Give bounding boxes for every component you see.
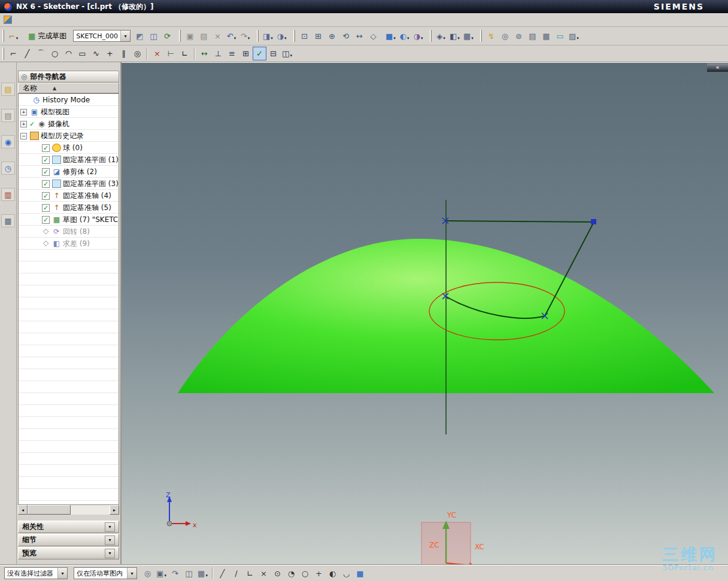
point-on-face-snap-icon[interactable]: ◐ (326, 567, 339, 580)
profile-icon[interactable]: ⌐ (7, 47, 20, 60)
dropdown-arrow-icon[interactable]: ▾ (393, 36, 396, 42)
feature-tree[interactable]: ◷ History Mode + ▣ 模型视图 + ✓ ◉ 摄像机 − (18, 93, 119, 505)
selection-scope-combo[interactable]: 仅在活动草图内 ▾ (74, 567, 137, 579)
tree-row-sketch-7[interactable]: ✓ ▦ 草图 (7) "SKETCH (19, 214, 119, 226)
selection-filter-combo[interactable]: 没有选择过滤器 ▾ (4, 567, 68, 579)
menu-tools[interactable] (62, 18, 71, 22)
sort-ascending-icon[interactable]: ▲ (53, 86, 56, 91)
wcs-manipulator[interactable]: YC XC ZC (421, 511, 484, 565)
tree-row-datum-axis-4[interactable]: ✓ ↑ 固定基准轴 (4) (19, 190, 119, 202)
feature-checkbox[interactable]: ◇ (42, 228, 50, 236)
orient-view-to-sketch-icon[interactable]: ◫ (147, 29, 160, 43)
measure-distance-icon[interactable]: ▭ (553, 29, 567, 43)
studio-spline-icon[interactable]: ∿ (89, 47, 103, 60)
view-triad[interactable]: Z x (166, 491, 197, 529)
control-point-snap-icon[interactable]: ∟ (243, 567, 257, 580)
quick-pick-icon[interactable]: ↯ (484, 29, 498, 43)
orient-view-front-dropdown[interactable]: ◧▾ (448, 29, 462, 43)
scroll-left-icon[interactable]: ◂ (18, 505, 28, 515)
quadrant-snap-icon[interactable]: ◔ (284, 567, 298, 580)
dropdown-arrow-icon[interactable]: ▾ (234, 36, 236, 42)
orient-view-sketch-dropdown[interactable]: ▦▾ (462, 29, 475, 43)
dropdown-arrow-icon[interactable]: ▾ (284, 36, 287, 42)
grid-icon[interactable]: ▦ (539, 29, 553, 43)
toolbar-handle[interactable] (257, 30, 259, 42)
horizontal-scrollbar[interactable]: ◂ ▸ (18, 505, 119, 515)
constraint-navigator-icon[interactable]: ▤ (1, 109, 15, 122)
show-only-icon[interactable]: ◎ (498, 29, 512, 43)
dropdown-arrow-icon[interactable]: ▾ (271, 36, 273, 42)
toolbar-handle[interactable] (2, 48, 4, 60)
graphics-window[interactable]: Z x YC XC ZC « (122, 62, 728, 565)
toolbar-handle[interactable] (179, 30, 181, 42)
toolbar-handle[interactable] (2, 30, 4, 42)
offset-curve-icon[interactable]: ∥ (117, 47, 131, 60)
rotate-view-icon[interactable]: ⟲ (339, 29, 353, 43)
roles-icon[interactable]: ▥ (1, 188, 15, 201)
undo-icon[interactable]: ↶▾ (225, 29, 238, 43)
chevron-down-icon[interactable]: ▾ (105, 522, 115, 532)
zoom-window-icon[interactable]: ⊞ (311, 29, 325, 43)
shaded-with-edges-dropdown[interactable]: ■▾ (384, 29, 398, 43)
scroll-right-icon[interactable]: ▸ (110, 505, 119, 515)
expander-icon[interactable]: − (20, 133, 27, 139)
menu-view[interactable] (33, 18, 43, 22)
circle-icon[interactable]: ○ (48, 47, 62, 60)
toolbar-handle[interactable] (480, 30, 482, 42)
line-icon[interactable]: ╱ (20, 47, 34, 60)
mid-point-snap-icon[interactable]: ∕ (229, 567, 243, 580)
feature-checkbox[interactable]: ✓ (42, 168, 50, 176)
constraint-settings-dropdown[interactable]: ◫▾ (280, 47, 294, 60)
make-corner-icon[interactable]: ∟ (178, 47, 192, 60)
dropdown-arrow-icon[interactable]: ▾ (205, 573, 208, 580)
sketch-curve-dropdown[interactable]: ⌐▾ (7, 29, 20, 43)
dropdown-arrow-icon[interactable]: ▾ (471, 36, 474, 42)
display-sketch-constraints-icon[interactable]: ⊞ (239, 47, 253, 60)
wcs-dynamics-icon[interactable]: ⊚ (512, 29, 526, 43)
chevron-down-icon[interactable]: ▾ (105, 536, 115, 545)
combo-dropdown-icon[interactable]: ▾ (57, 568, 67, 579)
pan-view-icon[interactable]: ↔ (353, 29, 366, 43)
dropdown-arrow-icon[interactable]: ▾ (16, 36, 19, 42)
visual-style-dropdown[interactable]: ◑▾ (411, 29, 425, 43)
combo-dropdown-icon[interactable]: ▾ (127, 568, 136, 579)
menu-preferences[interactable] (90, 18, 100, 22)
system-materials-icon[interactable]: ▦ (1, 214, 15, 227)
panel-dependencies[interactable]: 相关性 ▾ (18, 521, 119, 533)
tree-row-sphere[interactable]: ✓ 球 (0) (19, 142, 119, 154)
reattach-sketch-icon[interactable]: ◩ (133, 29, 147, 43)
feature-checkbox[interactable]: ✓ (42, 180, 50, 188)
delete-icon[interactable]: × (211, 29, 225, 43)
intersection-snap-icon[interactable]: × (257, 567, 271, 580)
finish-sketch-button[interactable]: ▦ 完成草图 (24, 29, 71, 43)
paste-icon[interactable]: ▤ (197, 29, 211, 43)
point-on-curve-snap-icon[interactable]: + (312, 567, 326, 580)
dropdown-arrow-icon[interactable]: ▾ (290, 53, 292, 60)
scrollbar-thumb[interactable] (28, 505, 71, 515)
zoom-icon[interactable]: ⊕ (325, 29, 339, 43)
panel-preview[interactable]: 预览 ▾ (18, 547, 119, 559)
tree-row-revolve-8[interactable]: ◇ ⟳ 回转 (8) (19, 226, 119, 238)
rendering-style-dropdown[interactable]: ◐▾ (398, 29, 411, 43)
feature-checkbox[interactable]: ◇ (42, 240, 50, 248)
orient-view-trimetric-dropdown[interactable]: ◈▾ (434, 29, 448, 43)
feature-checkbox[interactable]: ✓ (42, 192, 50, 200)
interpart-select-icon[interactable]: ↷ (168, 567, 182, 580)
chevron-down-icon[interactable]: ▾ (105, 549, 115, 558)
dropdown-arrow-icon[interactable]: ▾ (457, 36, 460, 42)
perspective-icon[interactable]: ◇ (366, 29, 380, 43)
sketch-endpoint-handle[interactable] (591, 219, 596, 224)
create-inferred-constraints-icon[interactable]: ✓ (253, 47, 266, 60)
menu-help[interactable] (100, 18, 110, 22)
show-and-hide-dropdown[interactable]: ◑▾ (275, 29, 289, 43)
scrollbar-track[interactable] (28, 505, 110, 515)
dropdown-arrow-icon[interactable]: ▾ (407, 36, 410, 42)
menu-analysis[interactable] (81, 18, 90, 22)
menu-information[interactable] (71, 18, 81, 22)
redo-icon[interactable]: ↷▾ (238, 29, 252, 43)
edit-object-display-dropdown[interactable]: ▨▾ (567, 29, 581, 43)
snap-point-dropdown[interactable]: ▦▾ (196, 567, 210, 580)
dropdown-arrow-icon[interactable]: ▾ (577, 36, 579, 42)
geometric-constraints-icon[interactable]: ⊥ (211, 47, 225, 60)
part-navigator-header[interactable]: ◎ 部件导航器 (18, 71, 119, 83)
